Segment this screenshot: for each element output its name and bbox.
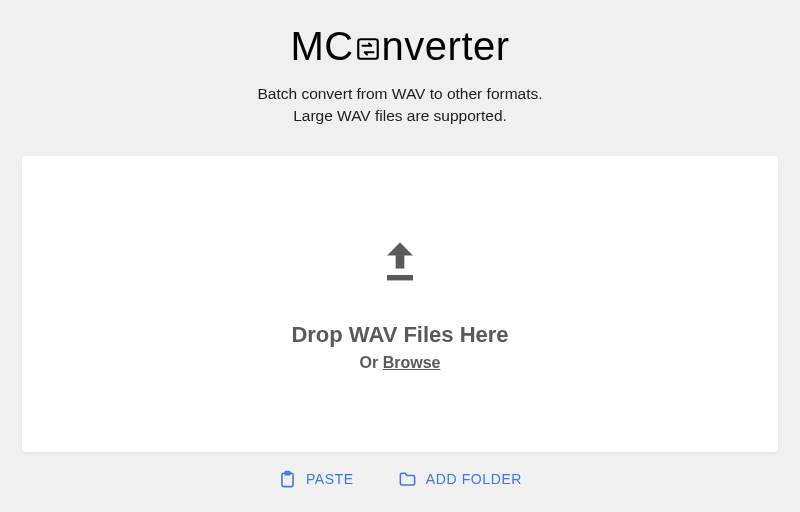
bottom-actions: PASTE ADD FOLDER	[278, 470, 522, 489]
subtitle: Batch convert from WAV to other formats.…	[257, 83, 542, 128]
svg-rect-0	[358, 39, 378, 59]
logo-text-suffix: nverter	[382, 24, 510, 69]
dropzone-subtext: Or Browse	[360, 354, 441, 372]
upload-icon	[374, 236, 426, 292]
swap-icon	[355, 36, 381, 62]
add-folder-button[interactable]: ADD FOLDER	[398, 470, 522, 489]
subtitle-line-1: Batch convert from WAV to other formats.	[257, 83, 542, 105]
clipboard-icon	[278, 470, 297, 489]
dropzone-or: Or	[360, 354, 383, 371]
browse-link[interactable]: Browse	[383, 354, 441, 371]
dropzone-title: Drop WAV Files Here	[291, 322, 508, 348]
subtitle-line-2: Large WAV files are supported.	[257, 105, 542, 127]
paste-label: PASTE	[306, 471, 354, 487]
folder-icon	[398, 470, 417, 489]
logo-text-prefix: MC	[290, 24, 353, 69]
paste-button[interactable]: PASTE	[278, 470, 354, 489]
svg-rect-1	[387, 275, 413, 280]
app-logo: MC nverter	[290, 24, 509, 69]
add-folder-label: ADD FOLDER	[426, 471, 522, 487]
file-dropzone[interactable]: Drop WAV Files Here Or Browse	[22, 156, 778, 452]
